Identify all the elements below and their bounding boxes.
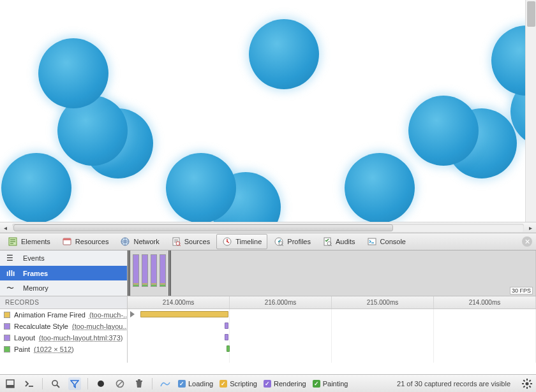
scrollbar-thumb[interactable]	[13, 224, 393, 231]
rail-frames[interactable]: ıllı Frames	[0, 266, 127, 281]
timeline-ruler[interactable]: 214.000ms216.000ms215.000ms214.000ms	[128, 296, 536, 309]
glue-icon[interactable]	[159, 377, 172, 390]
tab-timeline[interactable]: Timeline	[216, 234, 267, 249]
devtools-tabbar: ElementsResourcesNetworkSourcesTimelineP…	[0, 233, 536, 250]
svg-rect-19	[368, 238, 376, 245]
svg-point-26	[98, 381, 104, 387]
checkbox-icon: ✓	[264, 380, 271, 388]
console-icon	[367, 236, 377, 247]
record-swatch	[4, 346, 10, 352]
scroll-left-button[interactable]: ◂	[0, 222, 11, 233]
horizontal-scrollbar[interactable]: ◂ ▸	[0, 222, 536, 233]
status-text: 21 of 30 captured records are visible	[397, 380, 510, 388]
record-label: Layout	[14, 334, 35, 342]
blue-ball	[1, 153, 71, 222]
timeline-bar[interactable]	[225, 323, 228, 329]
close-icon[interactable]: ✕	[522, 236, 532, 247]
legend-painting[interactable]: ✓ Painting	[313, 380, 348, 388]
svg-line-28	[117, 381, 123, 386]
timeline-mode-rail: ☰ Events ıllı Frames 〜 Memory	[0, 250, 128, 296]
overview-window-right-handle[interactable]	[168, 250, 171, 296]
garbage-collect-icon[interactable]	[133, 377, 145, 390]
network-icon	[120, 236, 130, 247]
svg-rect-29	[136, 381, 142, 382]
record-swatch	[4, 312, 10, 318]
svg-line-15	[282, 245, 283, 246]
checkbox-icon: ✓	[313, 380, 320, 388]
record-link[interactable]: (1022 × 512)	[34, 345, 74, 353]
record-link[interactable]: (too-much-layout.html:373)	[39, 334, 123, 342]
profiles-icon	[274, 236, 284, 247]
frame-overview-graph[interactable]: 30 FPS	[128, 250, 536, 296]
gear-icon[interactable]	[522, 379, 532, 389]
record-link[interactable]: (too-much-layou...	[72, 323, 127, 330]
records-list: Animation Frame Fired (too-much-...Recal…	[0, 309, 128, 363]
resources-icon	[62, 236, 72, 247]
rail-events[interactable]: ☰ Events	[0, 250, 127, 266]
record-row[interactable]: Layout (too-much-layout.html:373)	[0, 332, 127, 344]
blue-ball	[249, 19, 319, 89]
tab-network[interactable]: Network	[115, 235, 164, 249]
svg-line-25	[57, 385, 59, 388]
tab-audits[interactable]: Audits	[317, 235, 361, 249]
record-icon[interactable]	[94, 377, 107, 390]
legend-loading[interactable]: ✓ Loading	[178, 380, 213, 388]
svg-rect-2	[63, 238, 71, 240]
frames-icon: ıllı	[6, 269, 18, 278]
tab-elements[interactable]: Elements	[3, 235, 56, 249]
legend-scripting-label: Scripting	[230, 380, 257, 388]
scroll-right-button[interactable]: ▸	[525, 222, 536, 233]
clear-icon[interactable]	[114, 377, 126, 390]
record-row[interactable]: Animation Frame Fired (too-much-...	[0, 309, 127, 321]
scrollbar-track[interactable]	[12, 224, 524, 232]
timeline-bar[interactable]	[140, 311, 228, 317]
records-timeline[interactable]	[128, 309, 536, 363]
blue-ball	[345, 153, 415, 222]
record-row[interactable]: Paint (1022 × 512)	[0, 344, 127, 355]
tab-label: Elements	[21, 238, 50, 245]
svg-point-31	[526, 382, 529, 385]
legend-rendering[interactable]: ✓ Rendering	[264, 380, 306, 388]
sources-icon	[171, 236, 181, 247]
rail-memory-label: Memory	[23, 284, 48, 292]
ruler-tick: 214.000ms	[128, 296, 230, 309]
record-link[interactable]: (too-much-...	[89, 311, 127, 319]
page-viewport	[0, 0, 536, 222]
record-swatch	[4, 323, 10, 330]
tab-label: Network	[133, 238, 159, 245]
blue-ball	[408, 96, 479, 166]
checkbox-icon: ✓	[178, 380, 186, 388]
ruler-tick: 215.000ms	[332, 296, 434, 309]
console-toggle-icon[interactable]	[23, 377, 36, 390]
legend-rendering-label: Rendering	[274, 380, 306, 388]
rail-memory[interactable]: 〜 Memory	[0, 280, 127, 296]
svg-rect-22	[6, 385, 14, 388]
expand-icon[interactable]	[130, 311, 135, 317]
svg-line-38	[523, 386, 525, 387]
timeline-bar[interactable]	[225, 334, 228, 340]
overview-window-left-handle[interactable]	[128, 250, 130, 296]
tab-resources[interactable]: Resources	[57, 235, 114, 249]
tab-sources[interactable]: Sources	[166, 235, 215, 249]
tab-label: Profiles	[287, 238, 311, 245]
records-header: RECORDS	[0, 296, 128, 309]
tab-label: Sources	[184, 238, 210, 245]
tab-profiles[interactable]: Profiles	[269, 235, 316, 249]
scrollbar-thumb[interactable]	[527, 1, 535, 27]
timeline-bar[interactable]	[227, 345, 230, 352]
timeline-panel: ☰ Events ıllı Frames 〜 Memory 30 FPS REC…	[0, 250, 536, 363]
elements-icon	[8, 236, 18, 247]
dock-icon[interactable]	[4, 377, 17, 390]
record-label: Recalculate Style	[14, 323, 68, 330]
blue-ball	[166, 153, 236, 222]
tab-console[interactable]: Console	[362, 235, 411, 249]
record-row[interactable]: Recalculate Style (too-much-layou...	[0, 321, 127, 332]
legend-scripting[interactable]: ✓ Scripting	[220, 380, 257, 388]
search-icon[interactable]	[49, 377, 62, 390]
ruler-tick: 214.000ms	[434, 296, 536, 309]
vertical-scrollbar[interactable]	[525, 0, 536, 222]
filter-icon[interactable]	[68, 377, 81, 390]
svg-line-37	[530, 386, 531, 387]
blue-ball	[38, 38, 108, 108]
svg-rect-30	[138, 379, 140, 381]
